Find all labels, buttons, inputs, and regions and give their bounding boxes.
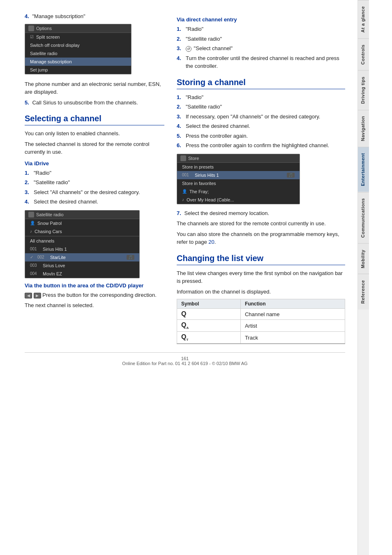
music-badge: 🎵 [127,255,134,260]
sat-item-003: 003 Sirius Love [25,261,139,270]
sidebar-tab-entertainment[interactable]: Entertainment [358,147,369,192]
idrive-step2: 2. "Satellite radio" [25,178,164,187]
options-title-text: Options [36,26,52,31]
sidebar-tab-mobility[interactable]: Mobility [358,243,369,274]
store-step7-text: Select the desired memory location. [184,210,269,216]
via-idrive-section: Via iDrive 1. "Radio" 2. "Satellite radi… [25,160,164,278]
option-manage-subscription: Manage subscription [25,58,131,66]
options-screen: Options ☑ Split screen Switch off contro… [25,24,131,74]
via-idrive-steps: 1. "Radio" 2. "Satellite radio" 3. Selec… [25,169,164,206]
selecting-intro1: You can only listen to enabled channels. [25,130,164,138]
store-in-favorites: Store in favorites [177,179,300,187]
store-title-bar: Store [177,154,300,163]
via-idrive-subtitle: Via iDrive [25,160,164,166]
step5-text: Call Sirius to unsubscribe from the chan… [32,99,138,106]
symbol-row-channel: Q Channel name [177,309,345,320]
symbol-row-track: QT Track [177,332,345,344]
direct-step3: 3. ↺ "Select channel" [177,44,345,53]
sidebar-tab-communications[interactable]: Communications [358,192,369,243]
storing-steps: 1. "Radio" 2. "Satellite radio" 3. If ne… [177,93,345,150]
option-satellite-radio: Satellite radio [25,49,131,58]
sat-item-002: ✓ 002 StarLite 🎵 [25,253,139,261]
symbol-artist: QA [177,320,241,332]
esn-description: The phone number and an electronic seria… [25,80,164,96]
direct-step4: 4. Turn the controller until the desired… [177,54,345,70]
symbol-row-artist: QA Artist [177,320,345,332]
sidebar-tab-reference[interactable]: Reference [358,274,369,310]
fray-person-icon: 👤 [182,189,187,194]
step5-container: 5. Call Sirius to unsubscribe from the c… [25,99,164,107]
over-my-head-music-icon: ♪ [182,197,184,202]
check-icon: ✓ [30,255,35,259]
store-step4: 4. Select the desired channel. [177,122,345,130]
selecting-intro2: The selected channel is stored for the r… [25,140,164,156]
function-channel: Channel name [240,309,345,320]
changing-list-view-section: Changing the list view The list view cha… [177,254,345,345]
store-title-text: Store [188,156,199,161]
sidebar-tab-navigation[interactable]: Navigation [358,110,369,147]
idrive-step1: 1. "Radio" [25,169,164,177]
sat-item-chasing-cars: ♪ Chasing Cars [25,227,139,236]
list-view-intro2: Information on the channel is displayed. [177,288,345,296]
direct-step2: 2. "Satellite radio" [177,35,345,43]
function-col-header: Function [240,299,345,309]
direct-step1: 1. "Radio" [177,25,345,33]
store-note2: You can also store the channels on the p… [177,230,345,246]
symbol-table: Symbol Function Q Channel name QA [177,299,345,344]
store-sirius-hits: 001 Sirius Hits 1 🎵 [177,171,300,179]
music-icon: ♪ [30,229,32,234]
store-note1: The channels are stored for the remote c… [177,220,345,228]
store-step7: 7. Select the desired memory location. [177,209,345,217]
changing-list-view-title: Changing the list view [177,254,345,265]
sat-radio-title-text: Satellite radio [36,212,64,217]
sidebar-tab-driving-tips[interactable]: Driving tips [358,70,369,110]
symbol-track: QT [177,332,241,344]
step4-container: 4. "Manage subscription" Options ☑ Split… [25,12,164,106]
via-button-section: Via the button in the area of the CD/DVD… [25,282,164,310]
store-step3: 3. If necessary, open "All channels" or … [177,113,345,121]
storing-channel-section: Storing a channel 1. "Radio" 2. "Satelli… [177,78,345,246]
person-icon: 👤 [30,221,35,225]
page-footer: 161 Online Edition for Part no. 01 41 2 … [25,352,345,366]
via-button-subtitle: Via the button in the area of the CD/DVD… [25,282,164,289]
via-button-desc1: ◀ ▶ Press the button for the correspondi… [25,291,164,299]
store-step6: 6. Press the controller again to confirm… [177,141,345,150]
sat-item-all-channels: All channels [25,237,139,245]
list-view-intro1: The list view changes every time the fir… [177,269,345,285]
options-icon [28,25,34,31]
store-step7-num: 7. [177,210,181,216]
store-icon [180,155,186,161]
option-split-screen: ☑ Split screen [25,33,131,41]
symbol-channel: Q [177,309,241,320]
store-in-presets: Store in presets [177,163,300,171]
btn-icon-prev: ◀ [25,293,32,298]
store-step5: 5. Press the controller again. [177,132,345,140]
idrive-step3: 3. Select "All channels" or the desired … [25,188,164,197]
store-badge: 🎵 [287,173,295,178]
sidebar-tab-at-a-glance[interactable]: At a glance [358,0,369,38]
sat-item-004: 004 MovIn EZ [25,270,139,278]
store-over-my-head: ♪ Over My Head (Cable... [177,196,300,204]
step5-number: 5. [25,99,29,106]
sidebar-tab-controls[interactable]: Controls [358,38,369,70]
options-title-bar: Options [25,24,131,33]
via-direct-steps: 1. "Radio" 2. "Satellite radio" 3. ↺ "Se… [177,25,345,70]
page-number: 161 [181,356,189,361]
selecting-channel-section: Selecting a channel You can only listen … [25,114,164,310]
idrive-step4: 4. Select the desired channel. [25,198,164,206]
sat-item-001: 001 Sirius Hits 1 [25,245,139,253]
sidebar-tabs: At a glance Controls Driving tips Naviga… [357,0,369,555]
step4-text: "Manage subscription" [32,13,85,19]
step4-number: 4. [25,13,29,19]
sat-radio-title-bar: Satellite radio [25,210,139,219]
page-link-20[interactable]: 20 [208,239,214,245]
store-screen: Store Store in presets 001 Sirius Hits 1… [177,154,300,204]
sat-item-snow-patrol: 👤 Snow Patrol [25,219,139,227]
store-step2: 2. "Satellite radio" [177,103,345,111]
selecting-channel-title: Selecting a channel [25,114,164,125]
sat-radio-icon [28,212,34,217]
copyright-text: Online Edition for Part no. 01 41 2 604 … [122,361,247,366]
left-column: 4. "Manage subscription" Options ☑ Split… [25,12,164,344]
storing-channel-title: Storing a channel [177,78,345,89]
option-set-jump: Set jump [25,66,131,74]
